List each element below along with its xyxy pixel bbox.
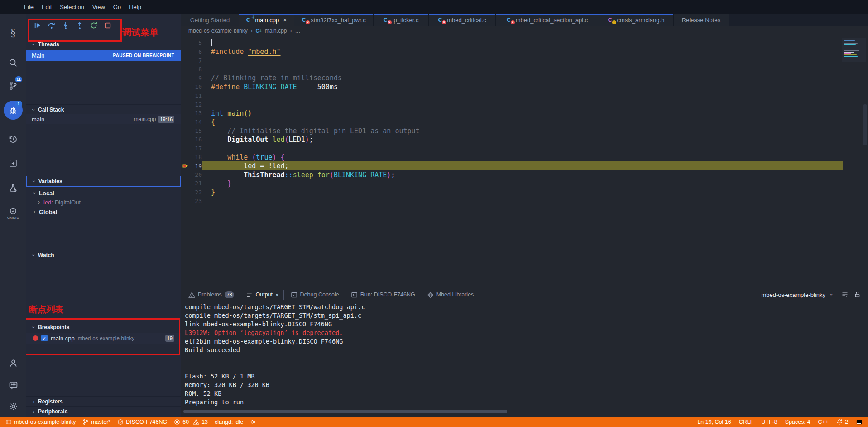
code-line-10[interactable]: 10#define BLINKING_RATE 500ms: [181, 82, 868, 91]
menu-item-file[interactable]: File: [20, 4, 38, 10]
notifications-status[interactable]: 2: [836, 419, 848, 425]
run-and-debug-icon[interactable]: 1: [0, 101, 26, 120]
tab-label: stm32f7xx_hal_pwr.c: [311, 17, 365, 24]
output-channel-select[interactable]: mbed-os-example-blinky ›: [761, 291, 836, 298]
step-into-button[interactable]: [62, 21, 70, 29]
panel-layout-icon[interactable]: [856, 419, 863, 426]
registers-section-header[interactable]: › Registers: [26, 396, 181, 406]
tab-lp-ticker-c[interactable]: C×lp_ticker.c: [374, 14, 429, 26]
thread-row-main[interactable]: Main PAUSED ON BREAKPOINT: [26, 50, 181, 61]
code-line-19[interactable]: 19 led = !led;: [181, 161, 868, 170]
threads-section-header[interactable]: › Threads: [26, 39, 181, 49]
minimap[interactable]: [842, 38, 866, 62]
code-line-21[interactable]: 21 }: [181, 179, 868, 188]
clear-output-icon[interactable]: [841, 291, 849, 298]
output-log[interactable]: compile mbed-os/targets/TARGET_STM/watch…: [185, 303, 859, 407]
tab-mbed-critical-section-api-c[interactable]: C×mbed_critical_section_api.c: [496, 14, 599, 26]
code-line-9[interactable]: 9// Blinking rate in milliseconds: [181, 74, 868, 82]
tab-cmsis-armclang-h[interactable]: C!cmsis_armclang.h: [599, 14, 674, 26]
new-window-icon[interactable]: [0, 154, 26, 173]
code-line-13[interactable]: 13int main(): [181, 109, 868, 117]
panel-horizontal-scrollbar[interactable]: [183, 410, 507, 413]
tab-release-notes[interactable]: Release Notes: [674, 14, 729, 26]
variables-scope-local[interactable]: › Local: [26, 189, 181, 198]
git-branch-status[interactable]: master*: [82, 419, 110, 425]
breakpoint-checkbox[interactable]: ✓: [41, 335, 48, 341]
cursor-position-status[interactable]: Ln 19, Col 16: [697, 419, 731, 425]
code-line-12[interactable]: 12: [181, 100, 868, 109]
tab-stm32f7xx-hal-pwr-c[interactable]: C×stm32f7xx_hal_pwr.c: [294, 14, 374, 26]
unlock-icon[interactable]: [854, 291, 861, 298]
code-line-23[interactable]: 23: [181, 197, 868, 205]
breakpoint-row[interactable]: ✓ main.cpp mbed-os-example-blinky 19: [26, 333, 181, 344]
language-mode-status[interactable]: C++: [818, 419, 829, 425]
code-line-17[interactable]: 17: [181, 144, 868, 153]
code-line-8[interactable]: 8: [181, 65, 868, 73]
variables-scope-global[interactable]: › Global: [26, 207, 181, 216]
feedback-icon[interactable]: [0, 375, 26, 394]
code-line-20[interactable]: 20 ThisThread::sleep_for(BLINKING_RATE);: [181, 170, 868, 179]
breakpoints-section-header[interactable]: › Breakpoints: [26, 322, 181, 332]
eol-status[interactable]: CRLF: [739, 419, 754, 425]
stop-button[interactable]: [104, 21, 112, 29]
close-panel-tab-icon[interactable]: ×: [275, 291, 279, 298]
menu-item-help[interactable]: Help: [125, 4, 145, 10]
close-tab-icon[interactable]: ×: [283, 16, 287, 24]
step-over-button[interactable]: [48, 21, 56, 29]
call-stack-section-header[interactable]: › Call Stack: [26, 104, 181, 114]
variables-section-header[interactable]: › Variables: [26, 176, 181, 187]
code-line-5[interactable]: 5: [181, 39, 868, 47]
code-line-6[interactable]: 6#include "mbed.h": [181, 47, 868, 56]
tab-mbed-libraries[interactable]: Mbed Libraries: [422, 290, 479, 300]
watch-section-header[interactable]: › Watch: [26, 250, 181, 260]
menu-item-edit[interactable]: Edit: [38, 4, 56, 10]
breadcrumb-project[interactable]: mbed-os-example-blinky: [188, 28, 248, 34]
code-line-11[interactable]: 11: [181, 91, 868, 100]
line-number: 10: [190, 83, 202, 90]
tab-output[interactable]: Output ×: [241, 290, 283, 300]
code-line-18[interactable]: 18 while (true) {: [181, 153, 868, 161]
tab-debug-console[interactable]: Debug Console: [286, 290, 344, 300]
call-stack-frame[interactable]: main main.cpp 19:16: [26, 114, 181, 124]
paused-breakpoint-icon[interactable]: [181, 161, 190, 170]
workspace-status[interactable]: mbed-os-example-blinky: [5, 419, 76, 425]
breadcrumb-more[interactable]: …: [295, 28, 300, 34]
encoding-status[interactable]: UTF-8: [761, 419, 777, 425]
problems-status[interactable]: 60 13: [174, 419, 208, 425]
search-icon[interactable]: [0, 53, 26, 73]
step-out-button[interactable]: [76, 21, 84, 29]
peripherals-section-header[interactable]: › Peripherals: [26, 406, 181, 416]
restart-button[interactable]: [90, 21, 98, 29]
tab-mbed-critical-c[interactable]: C×mbed_critical.c: [429, 14, 496, 26]
continue-button[interactable]: [34, 21, 42, 29]
history-icon[interactable]: [0, 130, 26, 149]
clangd-status[interactable]: clangd: idle: [215, 419, 243, 425]
debug-alt-status[interactable]: [250, 419, 256, 425]
mbed-studio-icon[interactable]: §: [0, 23, 26, 42]
breadcrumb-file[interactable]: main.cpp: [265, 28, 287, 34]
tab-run[interactable]: Run: DISCO-F746NG: [346, 290, 420, 300]
test-tools-icon[interactable]: [0, 179, 26, 198]
variable-led[interactable]: › led : DigitalOut: [26, 198, 181, 207]
code-line-15[interactable]: 15 // Initialise the digital pin LED1 as…: [181, 126, 868, 135]
code-line-16[interactable]: 16 DigitalOut led(LED1);: [181, 135, 868, 144]
menu-item-view[interactable]: View: [88, 4, 109, 10]
code-line-22[interactable]: 22}: [181, 188, 868, 197]
c-file-error-icon: C×: [507, 17, 513, 23]
menu-item-selection[interactable]: Selection: [56, 4, 88, 10]
indentation-status[interactable]: Spaces: 4: [785, 419, 810, 425]
menu-item-go[interactable]: Go: [109, 4, 125, 10]
target-status[interactable]: DISCO-F746NG: [117, 419, 167, 425]
tab-problems[interactable]: Problems 73: [184, 290, 239, 300]
account-icon[interactable]: [0, 354, 26, 373]
code-editor[interactable]: 56#include "mbed.h"789// Blinking rate i…: [181, 35, 868, 288]
code-line-7[interactable]: 7: [181, 56, 868, 65]
code-line-14[interactable]: 14{: [181, 118, 868, 126]
tab-main-cpp[interactable]: C+main.cpp×: [239, 14, 294, 26]
editor-scrollbar-thumb[interactable]: [863, 104, 867, 145]
debug-menu-annotation-label: 调试菜单: [122, 26, 158, 39]
tab-getting-started[interactable]: Getting Started: [181, 14, 239, 26]
source-control-icon[interactable]: 11: [0, 76, 26, 95]
cmsis-icon[interactable]: CMSIS: [0, 204, 26, 223]
settings-gear-icon[interactable]: [0, 397, 26, 416]
